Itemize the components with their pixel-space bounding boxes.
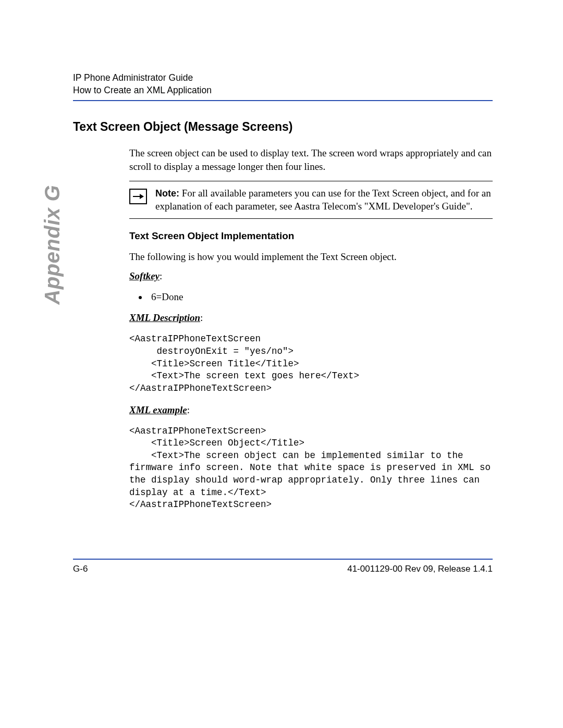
softkey-list: 6=Done — [129, 291, 493, 303]
list-item: 6=Done — [148, 291, 493, 303]
arrow-right-icon — [129, 189, 147, 204]
intro-paragraph: The screen object can be used to display… — [129, 146, 493, 173]
impl-intro: The following is how you would implement… — [129, 250, 493, 264]
xml-desc-label: XML Description — [129, 312, 200, 323]
xml-desc-code: <AastraIPPhoneTextScreen destroyOnExit =… — [129, 333, 493, 394]
note-body: For all available parameters you can use… — [155, 188, 491, 212]
note-bottom-rule — [129, 218, 493, 219]
note-row: Note: For all available parameters you c… — [129, 181, 493, 218]
side-tab: Appendix G — [41, 66, 64, 185]
xml-ex-heading: XML example: — [129, 404, 493, 416]
footer-row: G-6 41-001129-00 Rev 09, Release 1.4.1 — [73, 564, 493, 574]
xml-desc-colon: : — [200, 312, 203, 323]
footer-rule — [73, 559, 493, 560]
header-line-1: IP Phone Administrator Guide — [73, 72, 493, 84]
doc-id: 41-001129-00 Rev 09, Release 1.4.1 — [347, 564, 493, 574]
note-text: Note: For all available parameters you c… — [155, 187, 493, 213]
footer: G-6 41-001129-00 Rev 09, Release 1.4.1 — [73, 559, 493, 574]
svg-marker-1 — [140, 194, 144, 199]
header-rule — [73, 100, 493, 101]
body-column-2: Text Screen Object Implementation The fo… — [129, 230, 493, 511]
note-label: Note: — [155, 188, 179, 199]
page-number: G-6 — [73, 564, 88, 574]
section-title: Text Screen Object (Message Screens) — [73, 120, 493, 134]
note-block: Note: For all available parameters you c… — [129, 181, 493, 219]
header-line-2: How to Create an XML Application — [73, 84, 493, 97]
xml-ex-label: XML example — [129, 404, 187, 415]
xml-desc-heading: XML Description: — [129, 312, 493, 324]
softkey-colon: : — [160, 270, 162, 281]
softkey-label: Softkey — [129, 270, 160, 281]
running-header: IP Phone Administrator Guide How to Crea… — [73, 72, 493, 96]
body-column: The screen object can be used to display… — [129, 146, 493, 173]
softkey-heading: Softkey: — [129, 270, 493, 282]
xml-ex-code: <AastraIPPhoneTextScreen> <Title>Screen … — [129, 425, 493, 511]
subheading: Text Screen Object Implementation — [129, 230, 493, 242]
document-page: Appendix G IP Phone Administrator Guide … — [0, 0, 563, 728]
xml-ex-colon: : — [187, 404, 190, 415]
side-tab-label: Appendix G — [41, 185, 64, 304]
